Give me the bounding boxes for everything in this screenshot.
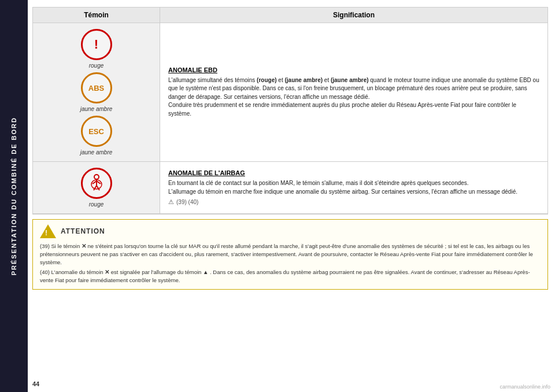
exclaim-icon: ! — [94, 37, 98, 52]
exclaim-icon-circle: ! — [81, 29, 112, 60]
temoin-cell-airbag: rouge — [33, 162, 160, 213]
attention-text-2: (40) L'anomalie du témoin ✕ est signalée… — [40, 268, 541, 284]
main-table: Témoin Signification ! rouge — [32, 7, 548, 215]
airbag-text: En tournant la clé de contact sur la pos… — [168, 179, 539, 196]
airbag-note: ⚠ (39) (40) — [168, 198, 539, 206]
temoin-cell-ebd: ! rouge ABS jaune ambre ESC — [33, 23, 160, 161]
page-number: 44 — [32, 380, 39, 387]
esc-icon: ESC — [88, 127, 104, 136]
abs-label: jaune ambre — [80, 106, 113, 112]
table-header: Témoin Signification — [33, 8, 547, 23]
attention-header: ATTENTION — [40, 224, 541, 238]
attention-title: ATTENTION — [61, 227, 105, 235]
main-content: Témoin Signification ! rouge — [28, 0, 555, 392]
svg-line-4 — [94, 186, 97, 190]
ebd-title: ANOMALIE EBD — [168, 66, 539, 73]
abs-icon: ABS — [88, 84, 104, 93]
icon-group-esc: ESC jaune ambre — [80, 116, 113, 156]
col-header-signification: Signification — [160, 8, 547, 23]
attention-box: ATTENTION (39) Si le témoin ✕ ne s'étein… — [32, 219, 548, 290]
ebd-text: L'allumage simultané des témoins (rouge)… — [168, 76, 539, 119]
col-header-temoin: Témoin — [33, 8, 160, 23]
esc-icon-circle: ESC — [81, 116, 112, 147]
airbag-note-text: (39) (40) — [176, 199, 198, 205]
attention-triangle-icon — [40, 224, 56, 238]
signification-cell-ebd: ANOMALIE EBD L'allumage simultané des té… — [160, 23, 547, 161]
esc-label: jaune ambre — [80, 149, 113, 156]
attention-text-1: (39) Si le témoin ✕ ne s'éteint pas lors… — [40, 242, 541, 266]
sidebar-label: PRÉSENTATION DU COMBINÉ DE BORD — [10, 117, 17, 275]
icon-group-airbag: rouge — [81, 168, 112, 208]
watermark: carmanualsonline.info — [500, 384, 550, 390]
note-icon: ⚠ — [168, 198, 174, 206]
airbag-icon-circle — [81, 168, 112, 199]
exclaim-label: rouge — [89, 62, 104, 69]
icon-group-exclaim: ! rouge — [81, 29, 112, 69]
table-body: ! rouge ABS jaune ambre ESC — [33, 23, 547, 214]
svg-line-5 — [97, 186, 99, 190]
icon-group-abs: ABS jaune ambre — [80, 72, 113, 112]
abs-icon-circle: ABS — [81, 72, 112, 103]
sidebar: PRÉSENTATION DU COMBINÉ DE BORD — [0, 0, 28, 392]
signification-cell-airbag: ANOMALIE DE L'AIRBAG En tournant la clé … — [160, 162, 547, 213]
svg-point-0 — [94, 175, 99, 179]
table-row: rouge ANOMALIE DE L'AIRBAG En tournant l… — [33, 162, 547, 214]
airbag-label: rouge — [89, 201, 104, 208]
table-row: ! rouge ABS jaune ambre ESC — [33, 23, 547, 162]
airbag-person-icon — [86, 173, 107, 194]
airbag-title: ANOMALIE DE L'AIRBAG — [168, 169, 539, 176]
